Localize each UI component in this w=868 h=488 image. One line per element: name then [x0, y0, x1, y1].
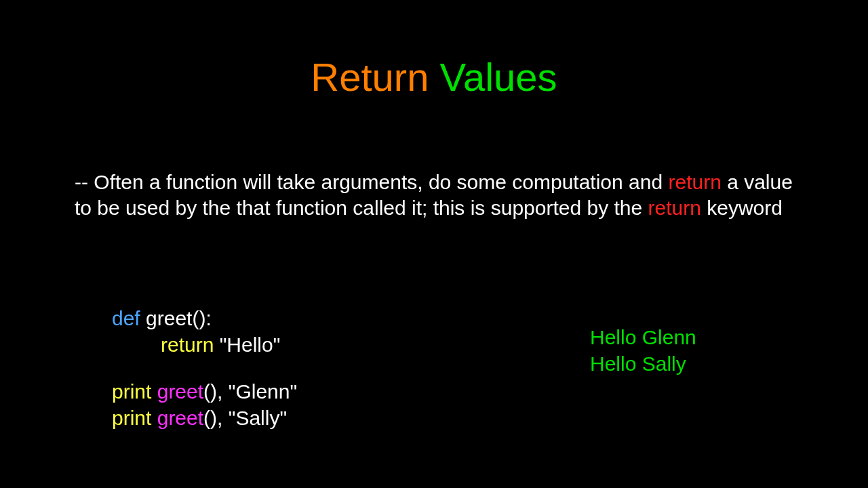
keyword-return: return	[161, 333, 214, 356]
body-text-1: -- Often a function will take arguments,…	[75, 171, 668, 193]
code-text: (), "Glenn"	[203, 380, 297, 403]
body-highlight-1: return	[668, 171, 721, 193]
title-word-2: Values	[440, 55, 557, 99]
code-text: "Hello"	[214, 333, 280, 356]
keyword-print: print	[112, 380, 151, 403]
body-text-3: keyword	[701, 197, 783, 219]
slide-title: Return Values	[0, 0, 868, 100]
title-word-1: Return	[311, 55, 429, 99]
code-line-3: print greet(), "Glenn"	[112, 378, 297, 405]
output-line-2: Hello Sally	[590, 350, 696, 377]
body-highlight-2: return	[648, 197, 701, 219]
fn-call: greet	[151, 407, 203, 429]
keyword-def: def	[112, 307, 140, 329]
slide: Return Values -- Often a function will t…	[0, 0, 868, 488]
code-text: (), "Sally"	[203, 407, 287, 429]
code-blank-line	[112, 358, 297, 378]
code-example: def greet(): return "Hello" print greet(…	[112, 305, 297, 431]
output-block: Hello Glenn Hello Sally	[590, 324, 696, 377]
slide-body-text: -- Often a function will take arguments,…	[75, 169, 793, 220]
fn-call: greet	[151, 380, 203, 403]
output-line-1: Hello Glenn	[590, 324, 696, 350]
code-line-4: print greet(), "Sally"	[112, 405, 297, 431]
code-line-1: def greet():	[112, 305, 297, 331]
code-text: greet():	[140, 307, 212, 329]
keyword-print: print	[112, 407, 151, 429]
code-line-2: return "Hello"	[112, 331, 297, 358]
